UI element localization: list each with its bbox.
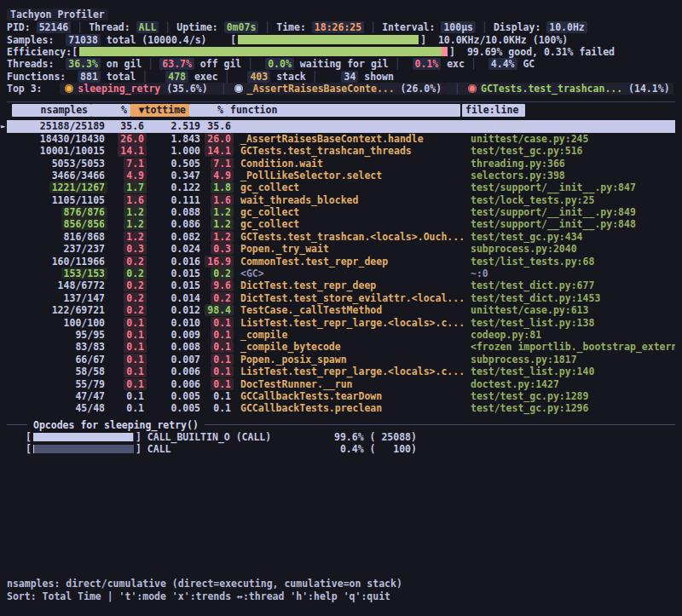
status-item: Interval: 100µs: [364, 21, 476, 33]
cell-file-line: test/support/__init__.py:848: [467, 218, 675, 230]
cell-function-name: DictTest.test_repr_deep: [234, 279, 467, 291]
cell-nsamples: 45/48: [19, 402, 107, 414]
table-row[interactable]: ► 237/237 0.3 0.024 0.3 Popen._try_wait …: [7, 243, 675, 255]
cell-nsamples: 148/6772: [19, 279, 107, 291]
table-row[interactable]: ► 122/69721 0.2 0.012 98.4 TestCase._cal…: [7, 304, 675, 316]
cell-file-line: selectors.py:398: [467, 170, 675, 181]
cell-function-name: DictTest.test_store_evilattr.<local...: [234, 292, 467, 304]
cell-tottime: 0.088: [147, 206, 203, 218]
cell-direct-percent: 0.2: [107, 292, 147, 304]
status-label: Uptime:: [176, 21, 223, 33]
table-row[interactable]: ► 47/47 0.1 0.005 0.1 GCCallbackTests.te…: [7, 390, 675, 402]
threads-stat-label: exc: [441, 58, 465, 70]
table-row[interactable]: ► 137/147 0.2 0.014 0.2 DictTest.test_st…: [7, 292, 675, 304]
cell-file-line: test/test_gc.py:1296: [467, 402, 675, 414]
table-row[interactable]: ► 1221/1267 1.7 0.122 1.8 gc_collect tes…: [7, 181, 675, 193]
cell-function-name: TestCase._callTestMethod: [234, 304, 467, 316]
table-row[interactable]: ► 55/79 0.1 0.006 0.1 DocTestRunner.__ru…: [7, 378, 675, 390]
cell-direct-percent: 0.2: [107, 268, 147, 279]
column-header-tottime-sorted[interactable]: ▼tottime: [130, 104, 189, 117]
table-row[interactable]: ► 100/100 0.1 0.010 0.1 ListTest.test_re…: [7, 317, 675, 329]
cell-nsamples: 55/79: [19, 378, 107, 390]
cell-tottime: 0.014: [147, 292, 203, 304]
cell-tottime: 0.007: [147, 354, 203, 366]
cell-function-name: GCTests.test_trashcan.<locals>.Ouch...: [234, 231, 467, 243]
table-row[interactable]: ► 160/11966 0.2 0.016 16.9 CommonTest.te…: [7, 256, 675, 268]
status-item: Display: 10.0Hz: [476, 21, 587, 33]
cell-cumulative-percent: 7.1: [203, 158, 234, 170]
status-item: Thread: ALL: [71, 21, 159, 33]
cell-nsamples: 95/95: [19, 329, 107, 341]
cell-direct-percent: 0.1: [107, 317, 147, 329]
column-header-direct-percent[interactable]: %: [91, 104, 130, 117]
column-header-cumulative-percent[interactable]: %: [189, 104, 227, 117]
cell-function-name: DocTestRunner.__run: [234, 378, 467, 390]
cell-cumulative-percent: 0.1: [203, 402, 234, 414]
functions-stat-label: exec: [188, 71, 218, 83]
cell-nsamples: 816/868: [19, 231, 107, 243]
table-row[interactable]: ► 3466/3466 4.9 0.347 4.9 _PollLikeSelec…: [7, 170, 675, 181]
cell-file-line: <frozen importlib._bootstrap_externa: [467, 341, 675, 353]
table-row[interactable]: ► 58/58 0.1 0.006 0.1 ListTest.test_repr…: [7, 366, 675, 377]
table-row[interactable]: ► 66/67 0.1 0.007 0.1 Popen._posix_spawn…: [7, 354, 675, 366]
status-value: ALL: [136, 21, 159, 33]
cell-function-name: <GC>: [234, 268, 467, 279]
cell-file-line: unittest/case.py:245: [467, 133, 675, 145]
cell-function-name: Popen._try_wait: [234, 243, 467, 255]
cell-cumulative-percent: 1.2: [203, 231, 234, 243]
cell-direct-percent: 1.2: [107, 218, 147, 230]
cell-direct-percent: 35.6: [107, 120, 147, 132]
table-row[interactable]: ► 876/876 1.2 0.088 1.2 gc_collect test/…: [7, 206, 675, 218]
cell-direct-percent: 7.1: [107, 158, 147, 170]
table-row[interactable]: ► 18430/18430 26.0 1.843 26.0 _AssertRai…: [7, 133, 675, 145]
cell-direct-percent: 0.2: [107, 304, 147, 316]
cell-file-line: test/support/__init__.py:847: [467, 181, 675, 193]
top3-row: Top 3: sleeping_retry (35.6%) _AssertRai…: [7, 83, 675, 95]
cell-function-name: _compile: [234, 329, 467, 341]
cell-direct-percent: 0.1: [107, 402, 147, 414]
cell-cumulative-percent: 1.2: [203, 206, 234, 218]
cell-tottime: 0.015: [147, 279, 203, 291]
cell-nsamples: 876/876: [19, 206, 107, 218]
cell-cumulative-percent: 0.1: [203, 317, 234, 329]
cell-function-name: sleeping_retry: [234, 120, 467, 132]
threads-stat: 4.4% GC: [465, 58, 535, 70]
table-row[interactable]: ► 1105/1105 1.6 0.111 1.6 wait_threads_b…: [7, 194, 675, 206]
selected-row-arrow-icon: ►: [1, 120, 5, 132]
samples-rate: 10.0KHz/10.0KHz (100%): [426, 34, 568, 46]
cell-file-line: subprocess.py:1817: [467, 354, 675, 366]
table-row[interactable]: ► 95/95 0.1 0.009 0.1 _compile codeop.py…: [7, 329, 675, 341]
column-header-function[interactable]: function: [227, 104, 460, 117]
samples-suffix: total (10000.4/s): [101, 34, 207, 46]
cell-direct-percent: 1.7: [107, 181, 147, 193]
column-header-file-line[interactable]: file:line: [462, 104, 525, 117]
table-row[interactable]: ► 148/6772 0.2 0.015 9.6 DictTest.test_r…: [7, 279, 675, 291]
cell-file-line: test/test_gc.py:516: [467, 145, 675, 157]
table-row[interactable]: ► 153/153 0.2 0.015 0.2 <GC> ~:0: [7, 268, 675, 279]
cell-direct-percent: 26.0: [107, 133, 147, 145]
functions-stat: 478 exec: [136, 71, 217, 83]
cell-cumulative-percent: 14.1: [203, 145, 234, 157]
table-row[interactable]: ► 45/48 0.1 0.005 0.1 GCCallbackTests.pr…: [7, 402, 675, 414]
cell-tottime: 0.009: [147, 329, 203, 341]
column-header-nsamples[interactable]: nsamples: [12, 104, 91, 117]
table-row[interactable]: ► 10001/10015 14.1 1.000 14.1 GCTests.te…: [7, 145, 675, 157]
cell-function-name: gc_collect: [234, 181, 467, 193]
table-row[interactable]: ► 83/83 0.1 0.008 0.1 _compile_bytecode …: [7, 341, 675, 353]
table-row[interactable]: ► 25188/25189 35.6 2.519 35.6 sleeping_r…: [7, 120, 675, 132]
cell-function-name: wait_threads_blocked: [234, 194, 467, 206]
function-table: ► 25188/25189 35.6 2.519 35.6 sleeping_r…: [7, 120, 675, 414]
table-row[interactable]: ► 5053/5053 7.1 0.505 7.1 Condition.wait…: [7, 158, 675, 170]
cell-tottime: 0.016: [147, 256, 203, 268]
functions-stat-value: 478: [165, 71, 188, 83]
medal-icon: [234, 84, 243, 93]
functions-stat-value: 403: [247, 71, 270, 83]
opcode-name: CALL: [147, 443, 171, 455]
table-row[interactable]: ► 816/868 1.2 0.082 1.2 GCTests.test_tra…: [7, 231, 675, 243]
cell-nsamples: 66/67: [19, 354, 107, 366]
cell-direct-percent: 14.1: [107, 145, 147, 157]
efficiency-label: Efficiency:: [7, 46, 72, 58]
table-row[interactable]: ► 856/856 1.2 0.086 1.2 gc_collect test/…: [7, 218, 675, 230]
cell-cumulative-percent: 0.2: [203, 268, 234, 279]
cell-cumulative-percent: 1.2: [203, 218, 234, 230]
